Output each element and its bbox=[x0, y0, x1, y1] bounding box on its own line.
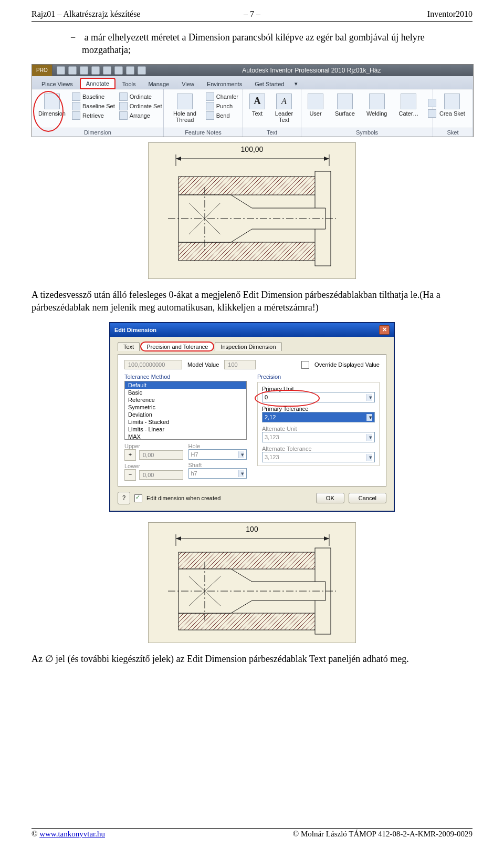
chevron-down-icon: ▾ bbox=[238, 451, 244, 458]
hole-thread-icon bbox=[177, 94, 193, 109]
help-icon[interactable]: ? bbox=[118, 492, 130, 504]
list-item[interactable]: Reference bbox=[125, 396, 246, 404]
qat-icon[interactable] bbox=[68, 66, 77, 75]
primary-tol-select[interactable]: 2,12▾ bbox=[262, 412, 375, 422]
list-item[interactable]: Symmetric bbox=[125, 404, 246, 411]
svg-marker-15 bbox=[324, 536, 329, 541]
baseline-set-icon bbox=[72, 102, 80, 110]
qat-icon[interactable] bbox=[126, 66, 134, 75]
qat-icon[interactable] bbox=[91, 66, 100, 75]
ordinate-set-icon bbox=[119, 102, 128, 110]
plus-icon[interactable]: + bbox=[124, 449, 136, 461]
user-symbol-button[interactable]: User bbox=[306, 92, 326, 118]
qat-icon[interactable] bbox=[57, 66, 65, 75]
edit-when-created-label: Edit dimension when created bbox=[146, 495, 220, 501]
panel-label-feature: Feature Notes bbox=[164, 128, 243, 137]
qat-icon[interactable] bbox=[80, 66, 88, 75]
svg-marker-2 bbox=[324, 157, 329, 161]
svg-marker-14 bbox=[176, 536, 181, 541]
svg-rect-5 bbox=[178, 177, 326, 195]
upper-label: Upper bbox=[124, 443, 183, 449]
tab-tools[interactable]: Tools bbox=[117, 79, 141, 89]
chevron-down-icon: ▾ bbox=[238, 470, 244, 477]
tab-view[interactable]: View bbox=[176, 79, 200, 89]
dash-icon: − bbox=[70, 31, 82, 44]
footer-right: © Molnár László TÁMOP 412-08-2-A-KMR-200… bbox=[293, 830, 472, 839]
qat-icon[interactable] bbox=[114, 66, 123, 75]
surface-symbol-button[interactable]: Surface bbox=[333, 92, 357, 118]
svg-marker-1 bbox=[176, 157, 181, 161]
annotation-circle-icon bbox=[33, 91, 64, 132]
close-icon[interactable]: ✕ bbox=[379, 325, 390, 335]
chamfer-button[interactable]: Chamfer bbox=[206, 92, 238, 101]
retrieve-icon bbox=[72, 111, 80, 120]
ribbon: PRO Autodesk Inventor Professional 2010 … bbox=[32, 64, 474, 137]
model-value-label: Model Value bbox=[187, 361, 219, 368]
edit-when-created-checkbox[interactable]: ✓ bbox=[134, 494, 142, 502]
retrieve-button[interactable]: Retrieve bbox=[72, 111, 115, 120]
technical-drawing-1: 100,00 bbox=[148, 142, 356, 279]
header-right: Inventor2010 bbox=[427, 9, 472, 19]
footer-left: © www.tankonyvtar.hu bbox=[32, 830, 105, 839]
footer-link[interactable]: www.tankonyvtar.hu bbox=[39, 830, 105, 838]
technical-drawing-2: 100 bbox=[148, 522, 356, 643]
text-icon: A bbox=[249, 94, 265, 109]
list-item[interactable]: Limits - Linear bbox=[125, 426, 246, 433]
list-item[interactable]: Default bbox=[125, 381, 246, 389]
punch-button[interactable]: Punch bbox=[206, 102, 238, 110]
cater-symbol-button[interactable]: Cater… bbox=[396, 92, 421, 118]
list-item[interactable]: Basic bbox=[125, 389, 246, 396]
lower-field: 0,00 bbox=[139, 470, 183, 480]
titlebar: PRO Autodesk Inventor Professional 2010 … bbox=[32, 65, 473, 76]
chamfer-icon bbox=[206, 92, 214, 101]
ok-button[interactable]: OK bbox=[316, 493, 344, 503]
punch-icon bbox=[206, 102, 214, 110]
part-icon bbox=[163, 546, 341, 638]
tab-manage[interactable]: Manage bbox=[143, 79, 174, 89]
text-button[interactable]: AText bbox=[247, 92, 267, 118]
ribbon-panels: Dimension Baseline Baseline Set Retrieve… bbox=[32, 89, 473, 137]
list-item[interactable]: MAX bbox=[125, 433, 246, 440]
ordinate-set-button[interactable]: Ordinate Set bbox=[119, 102, 162, 110]
tolerance-method-list[interactable]: Default Basic Reference Symmetric Deviat… bbox=[124, 381, 247, 440]
minus-icon[interactable]: − bbox=[124, 469, 136, 481]
app-badge: PRO bbox=[32, 65, 52, 76]
tab-overflow-icon[interactable]: ▾ bbox=[291, 79, 301, 89]
list-item[interactable]: Limits - Stacked bbox=[125, 418, 246, 426]
tab-inspection[interactable]: Inspection Dimension bbox=[215, 342, 281, 351]
tab-annotate[interactable]: Annotate bbox=[80, 78, 115, 89]
alt-unit-label: Alternate Unit bbox=[262, 426, 375, 432]
shaft-select[interactable]: h7▾ bbox=[188, 468, 247, 479]
tab-precision-tolerance[interactable]: Precision and Tolerance bbox=[141, 342, 214, 351]
tab-text[interactable]: Text bbox=[118, 342, 140, 351]
tab-environments[interactable]: Environments bbox=[202, 79, 247, 89]
dialog-titlebar: Edit Dimension ✕ bbox=[110, 323, 394, 337]
panel-label-sketch: Sket bbox=[433, 128, 472, 137]
ribbon-tabs: Place Views Annotate Tools Manage View E… bbox=[32, 76, 473, 89]
bend-icon bbox=[206, 111, 214, 120]
sketch-icon bbox=[444, 94, 460, 109]
list-item[interactable]: Deviation bbox=[125, 411, 246, 418]
arrange-button[interactable]: Arrange bbox=[119, 111, 162, 120]
tab-place-views[interactable]: Place Views bbox=[36, 79, 78, 89]
alt-tol-select: 3,123▾ bbox=[262, 452, 375, 462]
cater-symbol-icon bbox=[401, 94, 416, 109]
lower-label: Lower bbox=[124, 463, 183, 469]
create-sketch-button[interactable]: Crea Sket bbox=[437, 92, 467, 118]
window-title: Autodesk Inventor Professional 2010 Rjz0… bbox=[150, 67, 473, 74]
override-checkbox[interactable] bbox=[301, 361, 309, 369]
leader-text-button[interactable]: ALeader Text bbox=[271, 92, 297, 124]
hole-thread-button[interactable]: Hole and Thread bbox=[168, 92, 202, 124]
qat-icon[interactable] bbox=[103, 66, 111, 75]
baseline-button[interactable]: Baseline bbox=[72, 92, 115, 101]
qat-icon[interactable] bbox=[138, 66, 146, 75]
primary-tol-label: Primary Tolerance bbox=[262, 406, 375, 412]
hole-select[interactable]: H7▾ bbox=[188, 449, 247, 460]
override-label: Override Displayed Value bbox=[314, 361, 380, 368]
ordinate-button[interactable]: Ordinate bbox=[119, 92, 162, 101]
tab-get-started[interactable]: Get Started bbox=[249, 79, 289, 89]
welding-symbol-button[interactable]: Welding bbox=[364, 92, 390, 118]
baseline-set-button[interactable]: Baseline Set bbox=[72, 102, 115, 110]
bend-button[interactable]: Bend bbox=[206, 111, 238, 120]
cancel-button[interactable]: Cancel bbox=[349, 493, 386, 503]
